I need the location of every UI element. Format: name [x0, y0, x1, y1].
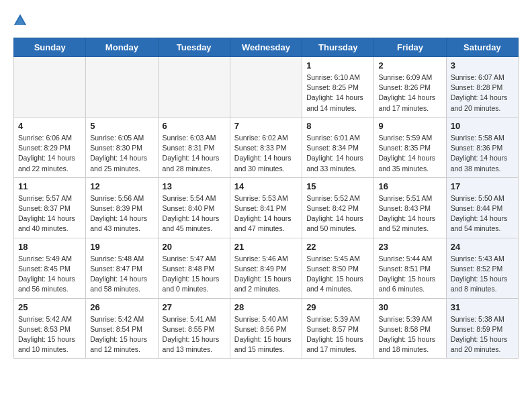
day-info: Sunrise: 6:06 AM Sunset: 8:29 PM Dayligh… — [18, 133, 81, 174]
calendar-cell: 23Sunrise: 5:44 AM Sunset: 8:51 PM Dayli… — [374, 238, 446, 298]
day-info: Sunrise: 5:54 AM Sunset: 8:40 PM Dayligh… — [163, 193, 226, 234]
calendar-cell: 9Sunrise: 5:59 AM Sunset: 8:35 PM Daylig… — [374, 117, 446, 177]
day-info: Sunrise: 5:50 AM Sunset: 8:44 PM Dayligh… — [451, 193, 514, 234]
day-number: 4 — [18, 121, 81, 131]
day-info: Sunrise: 6:10 AM Sunset: 8:25 PM Dayligh… — [306, 73, 369, 113]
day-info: Sunrise: 5:48 AM Sunset: 8:47 PM Dayligh… — [90, 254, 153, 295]
calendar-cell: 13Sunrise: 5:54 AM Sunset: 8:40 PM Dayli… — [158, 177, 230, 238]
day-info: Sunrise: 5:57 AM Sunset: 8:37 PM Dayligh… — [18, 193, 81, 234]
day-info: Sunrise: 5:44 AM Sunset: 8:51 PM Dayligh… — [378, 254, 441, 295]
calendar-header-row: SundayMondayTuesdayWednesdayThursdayFrid… — [14, 38, 519, 57]
day-info: Sunrise: 5:46 AM Sunset: 8:49 PM Dayligh… — [234, 254, 298, 295]
calendar-cell: 12Sunrise: 5:56 AM Sunset: 8:39 PM Dayli… — [86, 177, 158, 238]
day-number: 31 — [451, 302, 514, 312]
day-info: Sunrise: 6:03 AM Sunset: 8:31 PM Dayligh… — [163, 133, 226, 174]
day-number: 1 — [306, 60, 369, 71]
calendar-cell: 15Sunrise: 5:52 AM Sunset: 8:42 PM Dayli… — [302, 177, 374, 238]
calendar-week-3: 18Sunrise: 5:49 AM Sunset: 8:45 PM Dayli… — [14, 238, 519, 298]
calendar-cell: 14Sunrise: 5:53 AM Sunset: 8:41 PM Dayli… — [230, 177, 302, 238]
calendar-body: 1Sunrise: 6:10 AM Sunset: 8:25 PM Daylig… — [14, 57, 519, 359]
calendar-cell: 2Sunrise: 6:09 AM Sunset: 8:26 PM Daylig… — [374, 57, 446, 118]
day-number: 24 — [451, 242, 514, 252]
logo — [13, 13, 31, 27]
calendar-cell: 17Sunrise: 5:50 AM Sunset: 8:44 PM Dayli… — [446, 177, 518, 238]
day-number: 15 — [306, 181, 369, 191]
day-number: 11 — [18, 181, 81, 191]
calendar-cell: 10Sunrise: 5:58 AM Sunset: 8:36 PM Dayli… — [446, 117, 518, 177]
day-number: 29 — [306, 302, 369, 312]
day-number: 30 — [378, 302, 441, 312]
calendar-week-1: 4Sunrise: 6:06 AM Sunset: 8:29 PM Daylig… — [14, 117, 519, 177]
weekday-header-sunday: Sunday — [14, 38, 86, 57]
day-number: 16 — [378, 181, 441, 191]
day-number: 7 — [234, 121, 298, 131]
calendar-cell: 24Sunrise: 5:43 AM Sunset: 8:52 PM Dayli… — [446, 238, 518, 298]
calendar-cell: 4Sunrise: 6:06 AM Sunset: 8:29 PM Daylig… — [14, 117, 86, 177]
day-info: Sunrise: 5:41 AM Sunset: 8:55 PM Dayligh… — [163, 314, 226, 355]
day-number: 6 — [163, 121, 226, 131]
day-number: 28 — [234, 302, 298, 312]
weekday-header-thursday: Thursday — [302, 38, 374, 57]
day-info: Sunrise: 5:45 AM Sunset: 8:50 PM Dayligh… — [306, 254, 369, 295]
day-info: Sunrise: 6:02 AM Sunset: 8:33 PM Dayligh… — [234, 133, 298, 174]
calendar-week-0: 1Sunrise: 6:10 AM Sunset: 8:25 PM Daylig… — [14, 57, 519, 118]
weekday-header-friday: Friday — [374, 38, 446, 57]
calendar-cell: 16Sunrise: 5:51 AM Sunset: 8:43 PM Dayli… — [374, 177, 446, 238]
day-info: Sunrise: 5:56 AM Sunset: 8:39 PM Dayligh… — [90, 193, 153, 234]
calendar-cell: 20Sunrise: 5:47 AM Sunset: 8:48 PM Dayli… — [158, 238, 230, 298]
day-info: Sunrise: 6:05 AM Sunset: 8:30 PM Dayligh… — [90, 133, 153, 174]
calendar-cell: 27Sunrise: 5:41 AM Sunset: 8:55 PM Dayli… — [158, 298, 230, 359]
day-info: Sunrise: 5:42 AM Sunset: 8:53 PM Dayligh… — [18, 314, 81, 355]
day-number: 3 — [451, 60, 514, 71]
day-info: Sunrise: 5:59 AM Sunset: 8:35 PM Dayligh… — [378, 133, 441, 174]
calendar-cell: 28Sunrise: 5:40 AM Sunset: 8:56 PM Dayli… — [230, 298, 302, 359]
calendar-cell: 25Sunrise: 5:42 AM Sunset: 8:53 PM Dayli… — [14, 298, 86, 359]
day-number: 2 — [378, 60, 441, 71]
day-number: 22 — [306, 242, 369, 252]
calendar-week-4: 25Sunrise: 5:42 AM Sunset: 8:53 PM Dayli… — [14, 298, 519, 359]
calendar-cell — [86, 57, 158, 118]
calendar-cell: 26Sunrise: 5:42 AM Sunset: 8:54 PM Dayli… — [86, 298, 158, 359]
day-number: 5 — [90, 121, 153, 131]
day-info: Sunrise: 6:09 AM Sunset: 8:26 PM Dayligh… — [378, 73, 441, 113]
day-info: Sunrise: 5:58 AM Sunset: 8:36 PM Dayligh… — [451, 133, 514, 174]
day-number: 20 — [163, 242, 226, 252]
calendar-cell: 6Sunrise: 6:03 AM Sunset: 8:31 PM Daylig… — [158, 117, 230, 177]
day-number: 21 — [234, 242, 298, 252]
day-info: Sunrise: 5:38 AM Sunset: 8:59 PM Dayligh… — [451, 314, 514, 355]
calendar-cell: 19Sunrise: 5:48 AM Sunset: 8:47 PM Dayli… — [86, 238, 158, 298]
day-number: 25 — [18, 302, 81, 312]
calendar-cell: 3Sunrise: 6:07 AM Sunset: 8:28 PM Daylig… — [446, 57, 518, 118]
day-number: 23 — [378, 242, 441, 252]
calendar-cell — [230, 57, 302, 118]
calendar-cell: 5Sunrise: 6:05 AM Sunset: 8:30 PM Daylig… — [86, 117, 158, 177]
day-info: Sunrise: 6:01 AM Sunset: 8:34 PM Dayligh… — [306, 133, 369, 174]
calendar-cell: 8Sunrise: 6:01 AM Sunset: 8:34 PM Daylig… — [302, 117, 374, 177]
calendar-cell: 7Sunrise: 6:02 AM Sunset: 8:33 PM Daylig… — [230, 117, 302, 177]
day-number: 12 — [90, 181, 153, 191]
calendar-cell: 31Sunrise: 5:38 AM Sunset: 8:59 PM Dayli… — [446, 298, 518, 359]
calendar-cell: 11Sunrise: 5:57 AM Sunset: 8:37 PM Dayli… — [14, 177, 86, 238]
day-info: Sunrise: 5:40 AM Sunset: 8:56 PM Dayligh… — [234, 314, 298, 355]
calendar-cell: 22Sunrise: 5:45 AM Sunset: 8:50 PM Dayli… — [302, 238, 374, 298]
calendar-cell: 21Sunrise: 5:46 AM Sunset: 8:49 PM Dayli… — [230, 238, 302, 298]
day-number: 14 — [234, 181, 298, 191]
day-info: Sunrise: 5:43 AM Sunset: 8:52 PM Dayligh… — [451, 254, 514, 295]
weekday-header-monday: Monday — [86, 38, 158, 57]
weekday-header-tuesday: Tuesday — [158, 38, 230, 57]
calendar-cell — [158, 57, 230, 118]
calendar-cell: 29Sunrise: 5:39 AM Sunset: 8:57 PM Dayli… — [302, 298, 374, 359]
day-info: Sunrise: 5:39 AM Sunset: 8:58 PM Dayligh… — [378, 314, 441, 355]
calendar-table: SundayMondayTuesdayWednesdayThursdayFrid… — [13, 38, 519, 359]
day-number: 18 — [18, 242, 81, 252]
day-number: 26 — [90, 302, 153, 312]
page-header — [13, 13, 519, 27]
day-number: 17 — [451, 181, 514, 191]
logo-icon — [13, 13, 27, 27]
day-number: 9 — [378, 121, 441, 131]
day-info: Sunrise: 5:53 AM Sunset: 8:41 PM Dayligh… — [234, 193, 298, 234]
day-info: Sunrise: 5:52 AM Sunset: 8:42 PM Dayligh… — [306, 193, 369, 234]
weekday-header-wednesday: Wednesday — [230, 38, 302, 57]
calendar-cell: 1Sunrise: 6:10 AM Sunset: 8:25 PM Daylig… — [302, 57, 374, 118]
day-info: Sunrise: 5:39 AM Sunset: 8:57 PM Dayligh… — [306, 314, 369, 355]
